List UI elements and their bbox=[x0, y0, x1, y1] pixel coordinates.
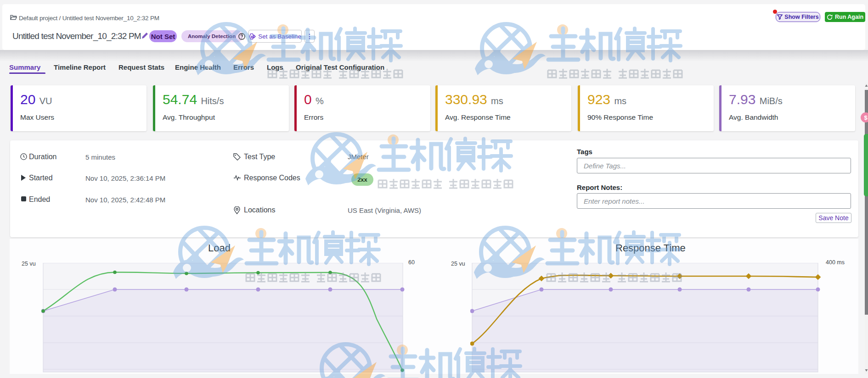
svg-text:B: B bbox=[251, 34, 254, 39]
